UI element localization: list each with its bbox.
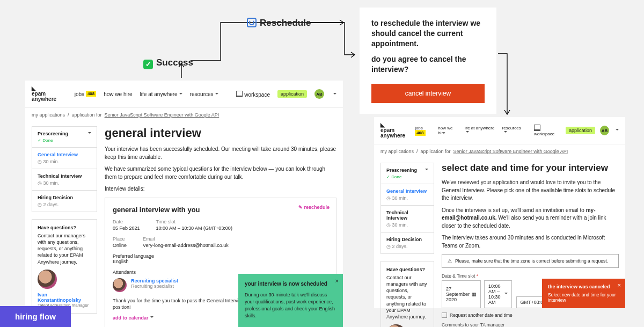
toast-canceled: × the interview was canceled Select new … [542, 279, 625, 308]
warning-icon: ⚠ [448, 258, 452, 264]
crumb-job: Senior JavaScript Software Engineer with… [105, 112, 219, 118]
step-general[interactable]: General Interview◷ 30 min. [380, 184, 434, 206]
breadcrumb: my applications / application for Senior… [374, 144, 625, 158]
flow-success-label: ✓Success [143, 57, 193, 69]
manager-avatar [386, 324, 406, 327]
attendant-avatar [113, 278, 127, 292]
nav-how-we-hire[interactable]: how we hire [438, 126, 459, 135]
nav-application[interactable]: application [277, 90, 307, 98]
step-prescreening[interactable]: Prescreening ✓ Done [32, 126, 97, 148]
logo[interactable]: ◣ epamanywhere [380, 122, 405, 139]
card-title: general interview with you [113, 206, 328, 214]
nav-life[interactable]: life at anywhere [464, 126, 497, 135]
avatar-menu[interactable] [332, 91, 336, 97]
page-title: general interview [105, 126, 336, 140]
refresh-icon [247, 18, 257, 27]
crumb-mid[interactable]: application for [72, 112, 102, 118]
step-hiring[interactable]: Hiring Decision◷ 2 days. [32, 190, 97, 212]
top-nav: ◣ epamanywhere jobs 408 how we hire life… [374, 117, 625, 144]
crumb-job: Senior JavaScript Software Engineer with… [453, 149, 568, 154]
nav-how-we-hire[interactable]: how we hire [104, 91, 132, 97]
time-input[interactable]: 10:00 AM – 10:30 AM [484, 280, 512, 308]
check-icon: ✓ [143, 60, 153, 69]
toast-scheduled: × your interview is now scheduled During… [238, 274, 343, 327]
nav-jobs[interactable]: jobs 408 [75, 91, 97, 97]
date-input[interactable]: 27 September 2020▦ [442, 280, 481, 308]
screen-select-date: ◣ epamanywhere jobs 408 how we hire life… [374, 117, 625, 308]
avatar-badge[interactable]: AB [314, 89, 324, 99]
step-general[interactable]: General Interview◷ 30 min. [32, 147, 97, 169]
cancel-interview-button[interactable]: cancel interview [371, 84, 485, 103]
chevron-down-icon [86, 131, 91, 136]
timezone-warning: ⚠Please, make sure that the time zone is… [442, 254, 619, 268]
close-icon[interactable]: × [618, 282, 621, 288]
nav-application[interactable]: application [566, 127, 595, 134]
questions-box: Have questions? Contact our managers wit… [380, 261, 434, 327]
nav-resources[interactable]: resources [190, 91, 218, 97]
screen-general-interview: ◣ epamanywhere jobs 408 how we hire life… [25, 81, 343, 327]
calendar-icon: ▦ [472, 292, 477, 297]
step-hiring[interactable]: Hiring Decision◷ 2 days. [380, 232, 434, 254]
step-technical[interactable]: Technical Interview◷ 30 min. [380, 205, 434, 232]
nav-workspace[interactable]: workspace [236, 91, 270, 98]
reschedule-link[interactable]: ✎ reschedule [298, 205, 330, 210]
nav-life[interactable]: life at anywhere [140, 91, 182, 97]
hiring-flow-banner: hiring flow [0, 306, 71, 327]
breadcrumb: my applications / application for Senior… [25, 108, 343, 122]
step-technical[interactable]: Technical Interview◷ 30 min. [32, 169, 97, 191]
chevron-down-icon [423, 168, 428, 173]
request-another-checkbox[interactable]: Request another date and time [442, 313, 619, 318]
modal-text-2: do you agree to cancel the interview? [371, 54, 485, 75]
questions-box: Have questions? Contact our managers wit… [32, 219, 97, 314]
page-title: select date and time for your interview [442, 163, 619, 173]
cancel-modal: to reschedule the interview we should ca… [360, 8, 496, 114]
modal-text-1: to reschedule the interview we should ca… [371, 18, 485, 49]
chevron-down-icon [503, 292, 508, 297]
manager-avatar [38, 270, 57, 289]
manager-name[interactable]: Ivan Konstantinopolsky [38, 292, 91, 303]
flow-reschedule-label: Reschedule [247, 18, 311, 28]
nav-jobs[interactable]: jobs 408 [415, 126, 433, 135]
crumb-root[interactable]: my applications [380, 149, 414, 154]
nav-workspace[interactable]: workspace [534, 125, 561, 136]
steps-sidebar: Prescreening ✓ Done General Interview◷ 3… [32, 126, 97, 327]
checkbox-icon [442, 313, 447, 318]
top-nav: ◣ epamanywhere jobs 408 how we hire life… [25, 81, 343, 108]
crumb-mid[interactable]: application for [421, 149, 451, 154]
crumb-root[interactable]: my applications [32, 112, 65, 118]
logo[interactable]: ◣ epamanywhere [32, 86, 56, 102]
add-to-calendar-link[interactable]: add to calendar [113, 315, 153, 321]
avatar-menu[interactable] [614, 128, 619, 133]
close-icon[interactable]: × [335, 277, 339, 286]
avatar-badge[interactable]: AB [600, 126, 609, 135]
nav-resources[interactable]: resources [502, 126, 524, 135]
step-prescreening[interactable]: Prescreening ✓ Done [380, 163, 434, 184]
steps-sidebar: Prescreening ✓ Done General Interview◷ 3… [380, 163, 434, 327]
